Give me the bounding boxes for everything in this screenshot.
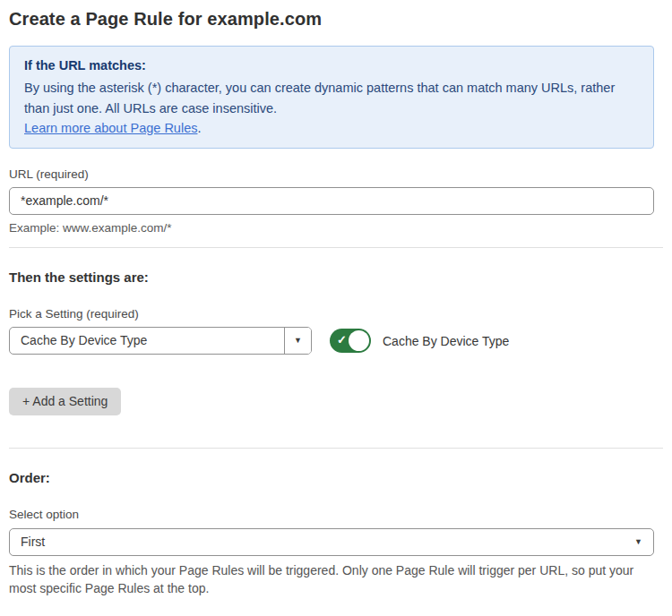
url-field-label: URL (required) xyxy=(9,167,663,181)
chevron-down-icon: ▼ xyxy=(294,336,302,345)
link-period: . xyxy=(197,121,201,135)
setting-select[interactable]: Cache By Device Type ▼ xyxy=(9,327,312,355)
toggle-label: Cache By Device Type xyxy=(383,334,509,348)
url-example-helper: Example: www.example.com/* xyxy=(9,221,663,235)
order-select-value: First xyxy=(10,535,634,549)
add-setting-button[interactable]: + Add a Setting xyxy=(9,388,121,415)
page-title: Create a Page Rule for example.com xyxy=(9,9,663,30)
page-rule-form: Create a Page Rule for example.com If th… xyxy=(0,0,672,616)
setting-select-value: Cache By Device Type xyxy=(10,328,284,354)
setting-row: Cache By Device Type ▼ ✓ Cache By Device… xyxy=(9,327,663,355)
toggle-knob xyxy=(349,330,369,351)
info-link-row: Learn more about Page Rules. xyxy=(24,121,639,135)
cache-by-device-toggle[interactable]: ✓ xyxy=(330,329,371,353)
order-select[interactable]: First ▼ xyxy=(9,528,654,556)
setting-select-arrow-button[interactable]: ▼ xyxy=(284,328,311,354)
check-icon: ✓ xyxy=(337,335,347,346)
chevron-down-icon: ▼ xyxy=(634,537,653,546)
url-input[interactable] xyxy=(9,187,654,215)
learn-more-link[interactable]: Learn more about Page Rules xyxy=(24,121,197,135)
url-match-info-box: If the URL matches: By using the asteris… xyxy=(9,46,654,149)
pick-setting-label: Pick a Setting (required) xyxy=(9,307,663,321)
info-box-heading: If the URL matches: xyxy=(24,58,639,73)
order-select-label: Select option xyxy=(9,508,663,521)
order-section-heading: Order: xyxy=(9,470,663,485)
divider xyxy=(9,247,663,248)
info-box-body: By using the asterisk (*) character, you… xyxy=(24,78,639,119)
divider xyxy=(9,448,663,449)
order-helper-text: This is the order in which your Page Rul… xyxy=(9,561,658,598)
settings-section-heading: Then the settings are: xyxy=(9,270,663,285)
